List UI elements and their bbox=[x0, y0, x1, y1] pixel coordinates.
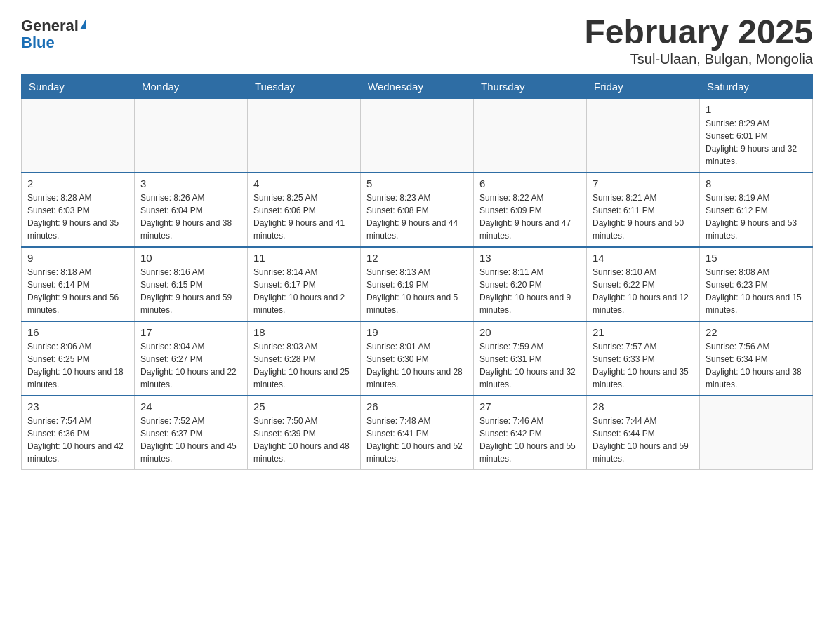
calendar-cell: 10Sunrise: 8:16 AMSunset: 6:15 PMDayligh… bbox=[135, 247, 248, 321]
weekday-header-saturday: Saturday bbox=[700, 74, 813, 98]
day-info: Sunrise: 8:21 AMSunset: 6:11 PMDaylight:… bbox=[593, 192, 694, 242]
calendar-week-row: 1Sunrise: 8:29 AMSunset: 6:01 PMDaylight… bbox=[22, 98, 813, 173]
calendar-cell: 15Sunrise: 8:08 AMSunset: 6:23 PMDayligh… bbox=[700, 247, 813, 321]
day-info: Sunrise: 7:48 AMSunset: 6:41 PMDaylight:… bbox=[366, 415, 468, 465]
day-number: 20 bbox=[479, 326, 581, 338]
day-info: Sunrise: 8:19 AMSunset: 6:12 PMDaylight:… bbox=[706, 192, 807, 242]
day-info: Sunrise: 8:22 AMSunset: 6:09 PMDaylight:… bbox=[479, 192, 581, 242]
weekday-header-wednesday: Wednesday bbox=[361, 74, 474, 98]
calendar-cell: 28Sunrise: 7:44 AMSunset: 6:44 PMDayligh… bbox=[587, 396, 700, 470]
calendar-cell: 4Sunrise: 8:25 AMSunset: 6:06 PMDaylight… bbox=[248, 173, 361, 247]
calendar-cell bbox=[361, 98, 474, 173]
calendar-cell: 11Sunrise: 8:14 AMSunset: 6:17 PMDayligh… bbox=[248, 247, 361, 321]
calendar-cell: 22Sunrise: 7:56 AMSunset: 6:34 PMDayligh… bbox=[700, 321, 813, 396]
calendar-cell: 14Sunrise: 8:10 AMSunset: 6:22 PMDayligh… bbox=[587, 247, 700, 321]
calendar-cell: 21Sunrise: 7:57 AMSunset: 6:33 PMDayligh… bbox=[587, 321, 700, 396]
day-info: Sunrise: 7:59 AMSunset: 6:31 PMDaylight:… bbox=[479, 340, 581, 391]
calendar-header-row: SundayMondayTuesdayWednesdayThursdayFrid… bbox=[22, 74, 813, 98]
day-number: 9 bbox=[27, 252, 128, 264]
day-info: Sunrise: 8:10 AMSunset: 6:22 PMDaylight:… bbox=[593, 266, 694, 316]
day-info: Sunrise: 8:26 AMSunset: 6:04 PMDaylight:… bbox=[140, 192, 241, 242]
day-info: Sunrise: 8:04 AMSunset: 6:27 PMDaylight:… bbox=[140, 340, 241, 391]
calendar-cell: 17Sunrise: 8:04 AMSunset: 6:27 PMDayligh… bbox=[135, 321, 248, 396]
calendar-cell: 27Sunrise: 7:46 AMSunset: 6:42 PMDayligh… bbox=[474, 396, 587, 470]
calendar-cell: 2Sunrise: 8:28 AMSunset: 6:03 PMDaylight… bbox=[22, 173, 135, 247]
day-number: 28 bbox=[593, 401, 694, 412]
weekday-header-sunday: Sunday bbox=[22, 74, 135, 98]
calendar-cell bbox=[22, 98, 135, 173]
day-info: Sunrise: 8:01 AMSunset: 6:30 PMDaylight:… bbox=[366, 340, 468, 391]
day-info: Sunrise: 8:18 AMSunset: 6:14 PMDaylight:… bbox=[27, 266, 128, 316]
day-number: 26 bbox=[366, 401, 468, 412]
weekday-header-thursday: Thursday bbox=[474, 74, 587, 98]
day-info: Sunrise: 8:06 AMSunset: 6:25 PMDaylight:… bbox=[27, 340, 128, 391]
day-info: Sunrise: 7:52 AMSunset: 6:37 PMDaylight:… bbox=[140, 415, 241, 465]
day-info: Sunrise: 8:25 AMSunset: 6:06 PMDaylight:… bbox=[253, 192, 355, 242]
day-number: 22 bbox=[706, 326, 807, 338]
calendar-cell bbox=[135, 98, 248, 173]
day-info: Sunrise: 8:16 AMSunset: 6:15 PMDaylight:… bbox=[140, 266, 241, 316]
day-number: 24 bbox=[140, 401, 241, 412]
day-number: 7 bbox=[593, 177, 694, 189]
weekday-header-monday: Monday bbox=[135, 74, 248, 98]
day-number: 12 bbox=[366, 252, 468, 264]
day-number: 23 bbox=[27, 401, 128, 412]
day-info: Sunrise: 8:08 AMSunset: 6:23 PMDaylight:… bbox=[706, 266, 807, 316]
day-number: 10 bbox=[140, 252, 241, 264]
day-number: 15 bbox=[706, 252, 807, 264]
calendar-week-row: 9Sunrise: 8:18 AMSunset: 6:14 PMDaylight… bbox=[22, 247, 813, 321]
calendar-cell: 13Sunrise: 8:11 AMSunset: 6:20 PMDayligh… bbox=[474, 247, 587, 321]
day-number: 4 bbox=[253, 177, 355, 189]
calendar-cell: 24Sunrise: 7:52 AMSunset: 6:37 PMDayligh… bbox=[135, 396, 248, 470]
logo-triangle-icon bbox=[80, 18, 86, 29]
title-block: February 2025 Tsul-Ulaan, Bulgan, Mongol… bbox=[584, 14, 813, 67]
calendar-subtitle: Tsul-Ulaan, Bulgan, Mongolia bbox=[584, 51, 813, 67]
calendar-cell: 6Sunrise: 8:22 AMSunset: 6:09 PMDaylight… bbox=[474, 173, 587, 247]
calendar-cell: 3Sunrise: 8:26 AMSunset: 6:04 PMDaylight… bbox=[135, 173, 248, 247]
day-number: 19 bbox=[366, 326, 468, 338]
calendar-cell: 26Sunrise: 7:48 AMSunset: 6:41 PMDayligh… bbox=[361, 396, 474, 470]
calendar-title: February 2025 bbox=[584, 14, 813, 51]
day-number: 3 bbox=[140, 177, 241, 189]
calendar-table: SundayMondayTuesdayWednesdayThursdayFrid… bbox=[21, 74, 813, 470]
logo-general-text: General bbox=[21, 18, 79, 34]
calendar-cell: 7Sunrise: 8:21 AMSunset: 6:11 PMDaylight… bbox=[587, 173, 700, 247]
calendar-cell: 23Sunrise: 7:54 AMSunset: 6:36 PMDayligh… bbox=[22, 396, 135, 470]
calendar-week-row: 16Sunrise: 8:06 AMSunset: 6:25 PMDayligh… bbox=[22, 321, 813, 396]
day-number: 13 bbox=[479, 252, 581, 264]
day-info: Sunrise: 8:23 AMSunset: 6:08 PMDaylight:… bbox=[366, 192, 468, 242]
day-number: 14 bbox=[593, 252, 694, 264]
calendar-cell: 5Sunrise: 8:23 AMSunset: 6:08 PMDaylight… bbox=[361, 173, 474, 247]
day-number: 8 bbox=[706, 177, 807, 189]
day-info: Sunrise: 7:44 AMSunset: 6:44 PMDaylight:… bbox=[593, 415, 694, 465]
calendar-cell bbox=[700, 396, 813, 470]
weekday-header-tuesday: Tuesday bbox=[248, 74, 361, 98]
calendar-cell: 16Sunrise: 8:06 AMSunset: 6:25 PMDayligh… bbox=[22, 321, 135, 396]
calendar-cell: 12Sunrise: 8:13 AMSunset: 6:19 PMDayligh… bbox=[361, 247, 474, 321]
calendar-cell: 25Sunrise: 7:50 AMSunset: 6:39 PMDayligh… bbox=[248, 396, 361, 470]
logo-blue-text: Blue bbox=[21, 34, 55, 51]
day-info: Sunrise: 7:46 AMSunset: 6:42 PMDaylight:… bbox=[479, 415, 581, 465]
calendar-cell bbox=[474, 98, 587, 173]
day-number: 1 bbox=[706, 103, 807, 115]
day-info: Sunrise: 8:14 AMSunset: 6:17 PMDaylight:… bbox=[253, 266, 355, 316]
day-info: Sunrise: 7:50 AMSunset: 6:39 PMDaylight:… bbox=[253, 415, 355, 465]
calendar-cell bbox=[587, 98, 700, 173]
calendar-cell: 8Sunrise: 8:19 AMSunset: 6:12 PMDaylight… bbox=[700, 173, 813, 247]
day-number: 27 bbox=[479, 401, 581, 412]
day-info: Sunrise: 8:29 AMSunset: 6:01 PMDaylight:… bbox=[706, 117, 807, 168]
weekday-header-friday: Friday bbox=[587, 74, 700, 98]
day-number: 25 bbox=[253, 401, 355, 412]
day-info: Sunrise: 8:13 AMSunset: 6:19 PMDaylight:… bbox=[366, 266, 468, 316]
day-number: 17 bbox=[140, 326, 241, 338]
calendar-cell: 19Sunrise: 8:01 AMSunset: 6:30 PMDayligh… bbox=[361, 321, 474, 396]
calendar-cell: 18Sunrise: 8:03 AMSunset: 6:28 PMDayligh… bbox=[248, 321, 361, 396]
calendar-cell: 20Sunrise: 7:59 AMSunset: 6:31 PMDayligh… bbox=[474, 321, 587, 396]
day-info: Sunrise: 7:54 AMSunset: 6:36 PMDaylight:… bbox=[27, 415, 128, 465]
calendar-week-row: 2Sunrise: 8:28 AMSunset: 6:03 PMDaylight… bbox=[22, 173, 813, 247]
day-number: 2 bbox=[27, 177, 128, 189]
day-number: 18 bbox=[253, 326, 355, 338]
calendar-cell bbox=[248, 98, 361, 173]
day-number: 21 bbox=[593, 326, 694, 338]
day-number: 5 bbox=[366, 177, 468, 189]
